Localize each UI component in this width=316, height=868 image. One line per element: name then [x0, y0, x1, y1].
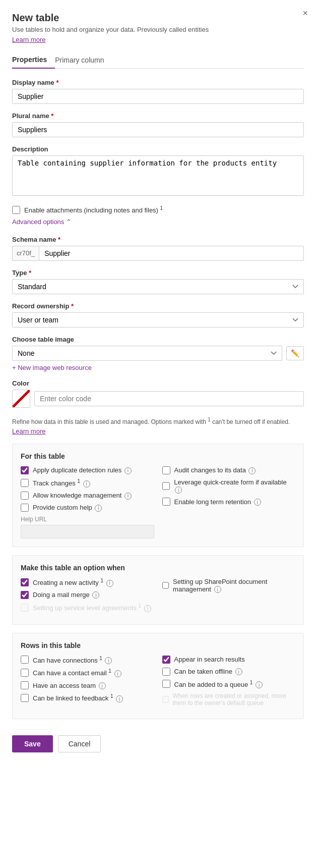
- save-button[interactable]: Save: [12, 735, 53, 752]
- creating-activity-info-icon: i: [106, 580, 113, 587]
- chevron-up-icon: ⌃: [66, 218, 72, 226]
- plural-name-label: Plural name *: [12, 112, 304, 120]
- doing-mail-merge-checkbox[interactable]: [21, 591, 29, 599]
- cancel-button[interactable]: Cancel: [58, 735, 101, 752]
- learn-more-link[interactable]: Learn more: [12, 36, 45, 43]
- audit-changes-label: Audit changes to its data i: [174, 466, 256, 474]
- dialog-subtitle: Use tables to hold and organize your dat…: [12, 26, 304, 33]
- can-have-connections-checkbox[interactable]: [21, 656, 29, 664]
- for-this-table-title: For this table: [21, 452, 295, 460]
- can-be-linked-feedback-checkbox[interactable]: [21, 694, 29, 702]
- type-field: Type * Standard: [12, 269, 304, 294]
- enable-long-term-checkbox[interactable]: [162, 498, 170, 506]
- color-input[interactable]: [34, 391, 304, 406]
- edit-image-button[interactable]: ✏️: [286, 346, 304, 360]
- schema-name-label: Schema name *: [12, 236, 304, 243]
- can-be-linked-feedback-info-icon: i: [116, 695, 123, 702]
- provide-custom-help-label: Provide custom help i: [33, 504, 102, 512]
- leverage-quick-label: Leverage quick-create form if available …: [174, 478, 295, 494]
- description-label: Description: [12, 145, 304, 153]
- track-changes-label: Track changes 1 i: [33, 478, 90, 487]
- dialog-title: New table: [12, 12, 304, 24]
- display-name-label: Display name *: [12, 79, 304, 86]
- pencil-icon: ✏️: [291, 349, 299, 357]
- plural-name-field: Plural name *: [12, 112, 304, 137]
- help-url-input[interactable]: [21, 525, 154, 538]
- display-name-field: Display name *: [12, 79, 304, 104]
- tab-properties[interactable]: Properties: [12, 51, 55, 69]
- setting-up-sla-row: Setting up service level agreements 1 i: [21, 603, 154, 612]
- move-to-owner-queue-checkbox: [162, 695, 169, 703]
- have-access-team-info-icon: i: [99, 682, 106, 689]
- can-be-taken-offline-checkbox[interactable]: [162, 668, 170, 676]
- enable-long-term-row: Enable long term retention i: [162, 498, 296, 506]
- apply-duplicate-row: Apply duplicate detection rules i: [21, 466, 154, 474]
- creating-activity-checkbox[interactable]: [21, 578, 29, 586]
- close-button[interactable]: ×: [302, 8, 308, 19]
- can-have-connections-label: Can have connections 1 i: [33, 656, 112, 665]
- setting-up-sp-checkbox[interactable]: [162, 581, 169, 589]
- track-changes-checkbox[interactable]: [21, 479, 29, 487]
- description-input[interactable]: Table containing supplier information fo…: [12, 155, 304, 196]
- advanced-options-toggle[interactable]: Advanced options ⌃: [12, 218, 304, 226]
- option-when-left: Creating a new activity 1 i Doing a mail…: [21, 578, 154, 616]
- can-be-linked-feedback-row: Can be linked to feedback 1 i: [21, 693, 154, 702]
- enable-attachments-row: Enable attachments (including notes and …: [12, 205, 304, 214]
- allow-knowledge-checkbox[interactable]: [21, 492, 29, 500]
- plural-name-input[interactable]: [12, 122, 304, 137]
- enable-attachments-checkbox[interactable]: [12, 206, 20, 214]
- have-access-team-label: Have an access team i: [33, 682, 106, 690]
- apply-duplicate-label: Apply duplicate detection rules i: [33, 466, 132, 474]
- provide-custom-help-checkbox[interactable]: [21, 504, 29, 512]
- can-be-taken-offline-row: Can be taken offline i: [162, 668, 296, 676]
- tab-primary-column[interactable]: Primary column: [55, 51, 112, 68]
- can-be-added-queue-label: Can be added to a queue 1 i: [174, 680, 263, 689]
- type-select[interactable]: Standard: [12, 279, 304, 294]
- leverage-quick-row: Leverage quick-create form if available …: [162, 478, 296, 494]
- enable-attachments-label: Enable attachments (including notes and …: [24, 205, 163, 214]
- refine-learn-more-link[interactable]: Learn more: [12, 427, 45, 435]
- record-ownership-field: Record ownership * User or team: [12, 302, 304, 328]
- dialog-footer: Save Cancel: [12, 727, 304, 754]
- advanced-options-label: Advanced options: [12, 218, 64, 226]
- audit-changes-checkbox[interactable]: [162, 466, 170, 474]
- creating-activity-row: Creating a new activity 1 i: [21, 578, 154, 587]
- setting-up-sla-label: Setting up service level agreements 1 i: [33, 603, 151, 612]
- tab-bar: Properties Primary column: [12, 51, 304, 69]
- color-swatch[interactable]: [12, 390, 30, 408]
- color-field: Color: [12, 379, 304, 408]
- leverage-quick-info-icon: i: [175, 486, 182, 494]
- apply-duplicate-checkbox[interactable]: [21, 466, 29, 474]
- schema-prefix: cr70f_: [12, 246, 39, 261]
- setting-up-sp-label: Setting up SharePoint document managemen…: [173, 578, 295, 593]
- display-name-input[interactable]: [12, 89, 304, 104]
- record-ownership-select[interactable]: User or team: [12, 312, 304, 328]
- can-be-taken-offline-label: Can be taken offline i: [174, 668, 242, 676]
- schema-name-input[interactable]: [39, 246, 304, 261]
- setting-up-sp-info-icon: i: [214, 586, 221, 593]
- type-label: Type *: [12, 269, 304, 277]
- appear-search-checkbox[interactable]: [162, 656, 170, 664]
- setting-up-sp-row: Setting up SharePoint document managemen…: [162, 578, 296, 593]
- can-be-added-queue-checkbox[interactable]: [162, 680, 170, 688]
- appear-search-label: Appear in search results: [174, 656, 245, 663]
- doing-mail-merge-info-icon: i: [92, 591, 99, 599]
- color-label: Color: [12, 379, 304, 387]
- audit-changes-info-icon: i: [248, 467, 256, 474]
- schema-name-field: Schema name * cr70f_: [12, 236, 304, 261]
- enable-long-term-label: Enable long term retention i: [174, 498, 261, 506]
- option-when-right: Setting up SharePoint document managemen…: [162, 578, 296, 616]
- can-have-contact-email-row: Can have a contact email 1 i: [21, 668, 154, 677]
- doing-mail-merge-row: Doing a mail merge i: [21, 591, 154, 599]
- new-table-dialog: × New table Use tables to hold and organ…: [0, 0, 316, 868]
- have-access-team-row: Have an access team i: [21, 681, 154, 689]
- new-image-link[interactable]: + New image web resource: [12, 364, 304, 371]
- can-have-contact-email-checkbox[interactable]: [21, 669, 29, 677]
- setting-up-sla-checkbox: [21, 604, 29, 612]
- option-when-section: Make this table an option when Creating …: [12, 555, 304, 625]
- table-image-select[interactable]: None: [12, 346, 282, 361]
- for-this-table-left: Apply duplicate detection rules i Track …: [21, 466, 154, 538]
- have-access-team-checkbox[interactable]: [21, 681, 29, 689]
- leverage-quick-checkbox[interactable]: [162, 482, 170, 490]
- table-image-field: Choose table image None ✏️ + New image w…: [12, 336, 304, 371]
